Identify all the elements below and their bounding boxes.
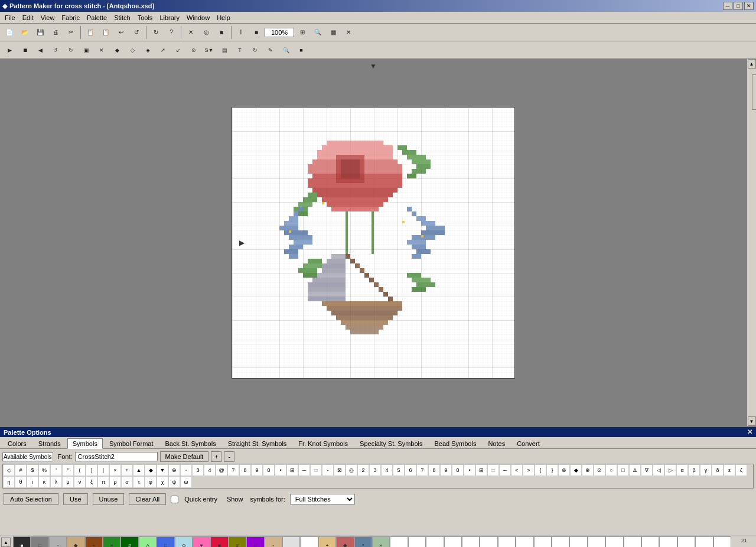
toolbar-btn-italic[interactable]: ■: [249, 25, 263, 40]
symbol-cell-63[interactable]: η: [3, 476, 15, 488]
menu-item-stitch[interactable]: Stitch: [110, 13, 134, 22]
color-cell-33[interactable]: [605, 536, 623, 547]
drawing-btn-text[interactable]: ↻: [248, 43, 262, 57]
symbol-cell-12[interactable]: ◆: [145, 464, 157, 476]
menu-item-file[interactable]: File: [1, 13, 19, 22]
symbol-cell-45[interactable]: {: [535, 464, 546, 476]
color-cell-14[interactable]: ·: [265, 536, 282, 547]
scroll-thumb[interactable]: [752, 74, 757, 110]
palette-tab-symbol-format[interactable]: Symbol Format: [104, 438, 159, 448]
symbol-cell-33[interactable]: 5: [393, 464, 405, 476]
drawing-btn-rotate[interactable]: ✎: [263, 43, 278, 57]
symbol-cell-43[interactable]: <: [511, 464, 523, 476]
toolbar-btn-extra-2[interactable]: ▦: [326, 25, 340, 40]
symbol-cell-23[interactable]: •: [275, 464, 286, 476]
color-cell-11[interactable]: ■: [210, 536, 228, 547]
color-cell-29[interactable]: [534, 536, 552, 547]
symbol-cell-2[interactable]: $: [27, 464, 38, 476]
symbol-cell-65[interactable]: ι: [27, 476, 38, 488]
toolbar-btn-extra-0[interactable]: ⊞: [295, 25, 309, 40]
scroll-down-btn[interactable]: ▼: [748, 416, 756, 426]
palette-tab-fr--knot-symbols[interactable]: Fr. Knot Symbols: [293, 438, 353, 448]
symbol-cell-32[interactable]: 4: [381, 464, 393, 476]
symbol-cell-0[interactable]: ◇: [3, 464, 15, 476]
color-cell-39[interactable]: [713, 536, 731, 547]
restore-button[interactable]: □: [734, 2, 743, 10]
drawing-btn-magnify[interactable]: ■: [294, 43, 308, 57]
color-cell-9[interactable]: ◇: [175, 536, 193, 547]
symbol-cell-21[interactable]: 9: [251, 464, 263, 476]
symbol-cell-13[interactable]: ▼: [157, 464, 168, 476]
color-cell-2[interactable]: ·: [49, 536, 67, 547]
color-cell-20[interactable]: ×: [372, 536, 390, 547]
color-cell-38[interactable]: [695, 536, 713, 547]
palette-tab-strands[interactable]: Strands: [33, 438, 66, 448]
palette-close-btn[interactable]: ✕: [747, 428, 752, 436]
color-nav-up[interactable]: ▲: [1, 538, 11, 547]
color-cell-32[interactable]: [588, 536, 605, 547]
menu-item-tools[interactable]: Tools: [134, 13, 157, 22]
symbol-cell-75[interactable]: φ: [145, 476, 157, 488]
minimize-button[interactable]: ─: [723, 2, 732, 10]
color-cell-25[interactable]: [462, 536, 480, 547]
symbol-cell-76[interactable]: χ: [157, 476, 168, 488]
symbol-cell-17[interactable]: 4: [204, 464, 216, 476]
canvas-area[interactable]: ▼ ▶: [0, 59, 747, 426]
symbol-cell-37[interactable]: 9: [440, 464, 452, 476]
symbol-cell-29[interactable]: ◎: [346, 464, 357, 476]
symbol-cell-31[interactable]: 3: [369, 464, 381, 476]
palette-tab-colors[interactable]: Colors: [2, 438, 32, 448]
drawing-btn-pencil[interactable]: 🔍: [279, 43, 293, 57]
drawing-btn-run[interactable]: ▶: [2, 43, 17, 57]
symbol-cell-30[interactable]: 2: [357, 464, 369, 476]
color-cell-27[interactable]: [498, 536, 516, 547]
palette-tab-straight-st--symbols[interactable]: Straight St. Symbols: [223, 438, 292, 448]
symbol-cell-26[interactable]: ═: [310, 464, 322, 476]
toolbar-btn-help[interactable]: ✕: [184, 25, 198, 40]
color-cell-17[interactable]: +: [318, 536, 336, 547]
symbol-cell-58[interactable]: β: [688, 464, 700, 476]
palette-tab-notes[interactable]: Notes: [483, 438, 510, 448]
drawing-btn-redo2[interactable]: ↻: [64, 43, 78, 57]
color-cell-31[interactable]: [569, 536, 587, 547]
symbol-cell-10[interactable]: +: [121, 464, 133, 476]
symbol-cell-40[interactable]: ⊞: [475, 464, 487, 476]
color-cell-6[interactable]: #: [120, 536, 138, 547]
symbol-cell-78[interactable]: ω: [180, 476, 192, 488]
symbol-cell-59[interactable]: γ: [700, 464, 712, 476]
color-cell-15[interactable]: [282, 536, 300, 547]
drawing-btn-undo2[interactable]: ↺: [48, 43, 63, 57]
font-select[interactable]: CrossStitch2: [75, 452, 158, 461]
drawing-btn-straight[interactable]: ↙: [171, 43, 185, 57]
symbol-cell-25[interactable]: ─: [298, 464, 310, 476]
symbol-cell-54[interactable]: ∇: [641, 464, 653, 476]
toolbar-btn-cut[interactable]: 📋: [83, 25, 97, 40]
drawing-btn-bead[interactable]: ▤: [217, 43, 232, 57]
toolbar-btn-copy[interactable]: 📋: [99, 25, 113, 40]
symbol-cell-19[interactable]: 7: [227, 464, 239, 476]
symbol-cell-35[interactable]: 7: [416, 464, 428, 476]
symbol-cell-77[interactable]: ψ: [168, 476, 180, 488]
color-cell-34[interactable]: [624, 536, 641, 547]
drawing-btn-rect-select[interactable]: T: [233, 43, 247, 57]
toolbar-btn-open[interactable]: 📂: [18, 25, 32, 40]
drawing-btn-qtr-cross[interactable]: ◈: [141, 43, 155, 57]
color-cell-5[interactable]: ×: [103, 536, 120, 547]
symbol-cell-49[interactable]: ⊕: [582, 464, 594, 476]
symbol-cell-48[interactable]: ◆: [570, 464, 582, 476]
plus-size-btn[interactable]: +: [211, 451, 221, 462]
symbol-cell-20[interactable]: 8: [239, 464, 251, 476]
symbol-cell-41[interactable]: ═: [487, 464, 499, 476]
menu-item-fabric[interactable]: Fabric: [58, 13, 83, 22]
toolbar-btn-extra-1[interactable]: 🔍: [311, 25, 325, 40]
color-cell-4[interactable]: +: [85, 536, 103, 547]
color-cell-7[interactable]: △: [139, 536, 157, 547]
symbol-cell-28[interactable]: ⊠: [334, 464, 346, 476]
palette-tab-specialty-st--symbols[interactable]: Specialty St. Symbols: [354, 438, 428, 448]
color-cell-35[interactable]: [641, 536, 659, 547]
symbol-cell-1[interactable]: #: [15, 464, 27, 476]
drawing-btn-deselect[interactable]: ✕: [94, 43, 109, 57]
drawing-btn-cross[interactable]: ◆: [110, 43, 124, 57]
color-cell-16[interactable]: [300, 536, 318, 547]
symbol-cell-18[interactable]: @: [216, 464, 227, 476]
